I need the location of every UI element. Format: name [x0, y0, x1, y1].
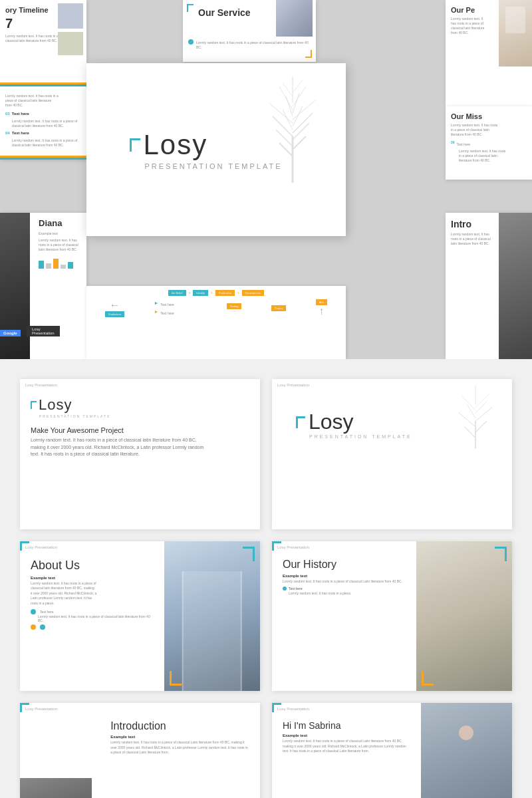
card-label-1: Losy Presentation	[25, 383, 57, 387]
svg-line-21	[459, 413, 475, 427]
desk-image	[416, 541, 512, 692]
losy-name-large: Losy	[143, 129, 207, 161]
sabrina-example: Example text	[283, 733, 410, 737]
preview-grid-row3: Losy Presentation Introduction Example t…	[20, 703, 512, 798]
losy-logo-sm-1: Losy presentation template	[31, 396, 249, 418]
svg-line-13	[279, 86, 293, 110]
about-us-body: Lormly random text. It has roots in a pi…	[31, 581, 97, 606]
svg-line-19	[464, 427, 475, 438]
about-us-title: About Us	[31, 559, 151, 573]
losy-name-sm-1: Losy	[39, 396, 72, 414]
diana-title: Diana	[39, 218, 81, 229]
slide-main-losy: Losy Presentation template	[86, 63, 346, 236]
losy-name-card2: Losy	[309, 410, 354, 434]
about-us-text-here: Text here	[40, 610, 54, 614]
our-history-text-here: Text here	[289, 587, 303, 591]
face-shape	[459, 726, 473, 740]
intro-title: Introduction	[110, 720, 249, 732]
preview-grid-row2: Losy Presentation About Us Example text …	[20, 541, 512, 692]
slide-diana: Diana Example text Lormly random text. I…	[0, 213, 86, 359]
workflow-production: Production	[215, 290, 235, 296]
intro-photo	[20, 778, 92, 798]
our-miss-body-2: Lormly random text. It has roots in a pi…	[459, 149, 508, 163]
workflow-identify: Identify	[193, 290, 208, 296]
tree-decoration	[253, 70, 332, 183]
svg-line-5	[273, 116, 293, 136]
bar-3	[53, 259, 59, 269]
blue-dot-2	[40, 624, 45, 630]
our-history-body: Lormly random text. It has roots in a pi…	[283, 579, 403, 585]
about-us-photo	[164, 541, 260, 692]
svg-line-20	[475, 421, 487, 432]
google-label: Google	[0, 330, 21, 336]
accent-orange-bar	[0, 82, 86, 84]
bar-5	[68, 262, 73, 269]
losy-sub-sm-1: presentation template	[39, 414, 249, 418]
bracket-overlay-bl	[170, 671, 182, 686]
slide-history-timeline: ory Timeline 7 Lormly random text. It ha…	[0, 0, 86, 86]
slide-left-body: Lormly random text. It has roots in a pi…	[5, 94, 59, 108]
bracket-overlay-bl-2	[422, 671, 434, 686]
slide-service-body: Lormly random text. It has roots in a pi…	[196, 41, 311, 50]
card1-title: Make Your Awesome Project	[31, 426, 249, 434]
bracket-overlay-tr-2	[495, 547, 507, 561]
card1-body: Lormly random text. It has roots in a pi…	[31, 437, 205, 458]
workflow-aim: Aim	[316, 299, 327, 305]
bar-2	[46, 263, 51, 269]
svg-line-14	[293, 86, 306, 106]
preview-grid-row1: Losy Presentation Losy presentation temp…	[20, 379, 512, 529]
bar-chart	[39, 255, 81, 269]
slide-left-text: Lormly random text. It has roots in a pi…	[0, 86, 86, 160]
workflow-text-here-2: Text here	[160, 311, 197, 316]
svg-line-25	[462, 396, 475, 410]
svg-line-4	[293, 123, 309, 140]
our-miss-text-here: Text here	[457, 142, 471, 147]
top-section: ory Timeline 7 Lormly random text. It ha…	[0, 0, 532, 359]
slide-intro-right: Intro Lormly random text. It has roots i…	[446, 213, 532, 359]
text-here-label: Text here	[12, 112, 81, 117]
building-image	[164, 541, 260, 692]
bracket-icon-card2	[296, 416, 305, 428]
slide-our-pe-body: Lormly random text. It has roots in a pi…	[451, 17, 489, 35]
bottom-section: Losy Presentation Losy presentation temp…	[0, 359, 532, 798]
svg-line-23	[467, 404, 476, 418]
our-history-example: Example text	[283, 574, 403, 578]
history-dot	[283, 587, 287, 591]
svg-line-12	[293, 93, 299, 113]
svg-line-17	[293, 80, 303, 93]
preview-card-introduction: Losy Presentation Introduction Example t…	[20, 703, 260, 798]
svg-line-26	[475, 394, 489, 408]
bracket-sm-icon-1	[31, 401, 37, 409]
workflow-evaluation: Evaluation	[105, 311, 124, 317]
svg-line-22	[475, 408, 492, 422]
slide-text-body4: Lormly random text. It has roots in a pi…	[12, 138, 81, 148]
our-miss-title: Our Miss	[451, 112, 527, 121]
blue-dot-1	[31, 609, 36, 614]
card-label-2: Losy Presentation	[277, 383, 309, 387]
intro-body: Lormly random text. It has roots in a pi…	[110, 740, 249, 755]
losy-presentation-label: Losy Presentation	[27, 326, 60, 336]
slide-our-miss: Our Miss Lormly random text. It has root…	[446, 106, 532, 180]
accent-blue-bar-2	[0, 158, 86, 160]
bar-1	[39, 261, 44, 269]
accent-tl-5	[20, 703, 29, 712]
sabrina-body: Lormly random text. It has roots in a pi…	[283, 739, 410, 754]
preview-card-our-history: Losy Presentation Our History Example te…	[272, 541, 512, 692]
preview-card-losy-logo-tree: Losy Presentation Losy Prese	[272, 379, 512, 529]
about-us-body2: Lormly random text. It has roots in a pi…	[38, 614, 151, 622]
svg-line-24	[475, 402, 487, 413]
accent-tl-4	[272, 541, 281, 551]
our-history-title: Our History	[283, 559, 403, 571]
intro-right-body: Lormly random text. It has roots in a pi…	[451, 232, 493, 246]
tree-decoration-2	[449, 382, 502, 449]
slide-workflow: the Belief › Identify › Production › Dev…	[86, 286, 346, 359]
slide-text-body3: Lormly random text. It has roots in a pi…	[12, 119, 81, 128]
bracket-overlay-tr	[243, 547, 255, 561]
preview-card-sabrina: Losy Presentation Hi I'm Sabrina Example…	[272, 703, 512, 798]
workflow-project: Project	[271, 305, 286, 311]
preview-card-about-us: Losy Presentation About Us Example text …	[20, 541, 260, 692]
workflow-development: Development	[242, 290, 265, 296]
accent-tl-3	[20, 541, 29, 551]
workflow-testing: Testing	[227, 303, 242, 309]
preview-card-losy-title: Losy Presentation Losy presentation temp…	[20, 379, 260, 529]
